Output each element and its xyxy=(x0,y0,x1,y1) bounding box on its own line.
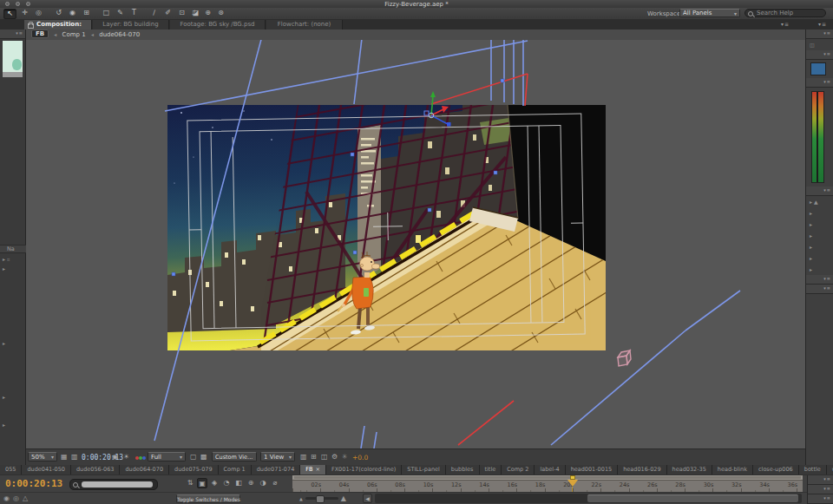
timeline-search-input[interactable] xyxy=(69,479,158,490)
timeline-tab-label-4[interactable]: label-4 xyxy=(535,465,565,475)
timeline-tab-head016-029[interactable]: head016-029 xyxy=(618,465,666,475)
project-item-row[interactable]: ▸ xyxy=(3,422,5,428)
pen-tool-button[interactable]: ✎ xyxy=(115,9,126,17)
breadcrumb-item[interactable]: dude064-070 xyxy=(99,31,140,38)
breadcrumb-item[interactable]: Comp 1 xyxy=(62,31,86,38)
timeline-tab-dude064-070[interactable]: dude064-070 xyxy=(120,465,169,475)
magnification-dropdown[interactable]: 50%▾ xyxy=(28,452,57,461)
rotation-tool-button[interactable]: ↺ xyxy=(53,9,64,17)
resolution-dropdown[interactable]: Full▾ xyxy=(148,452,186,461)
tab-footage[interactable]: Footage: BG sky /BG.psd xyxy=(170,20,266,29)
show-snapshot-icon[interactable]: ☀ xyxy=(123,453,129,461)
effects-list-row[interactable]: ▸ xyxy=(806,219,833,230)
unified-camera-tool-button[interactable]: ◉ xyxy=(67,9,78,17)
breadcrumb-root[interactable]: FB xyxy=(31,29,49,38)
view-count-dropdown[interactable]: 1 View▾ xyxy=(260,452,295,461)
timeline-tab-fb[interactable]: FB× xyxy=(300,465,326,475)
current-time-display[interactable]: 0:00:20:13 xyxy=(5,478,62,489)
timeline-button-icon[interactable]: ◫ xyxy=(321,453,328,461)
comp-mini-flowchart-icon[interactable]: ⇅ xyxy=(185,478,195,488)
workspace-dropdown[interactable]: All Panels ▾ xyxy=(679,9,740,17)
panel-header[interactable]: ▾≡ xyxy=(808,485,833,494)
timeline-tab-head001-0015[interactable]: head001-0015 xyxy=(566,465,619,475)
effects-list-row[interactable]: ▸ ▲ xyxy=(806,196,833,207)
scrollbar-thumb[interactable] xyxy=(587,494,798,502)
panel-menu-icon[interactable]: ▾≡ xyxy=(781,21,790,27)
grid-options-icon[interactable]: ▦ xyxy=(61,453,68,461)
timeline-tab-title[interactable]: title xyxy=(480,465,502,475)
preview-controls-row[interactable]: ◫ xyxy=(806,39,833,50)
timeline-tab-warning[interactable]: warning xyxy=(827,465,833,475)
panel-header[interactable]: ▾≡ xyxy=(808,475,833,485)
mask-shape-tool-button[interactable]: □ xyxy=(101,9,112,17)
panel-header[interactable]: ▾≡ xyxy=(808,494,833,504)
panel-header[interactable]: ▾≡ xyxy=(806,285,833,294)
panel-menu-icon[interactable]: ▾≡ xyxy=(818,21,827,27)
clone-stamp-tool-button[interactable]: ⊡ xyxy=(176,9,187,17)
panel-header[interactable]: ▾≡ xyxy=(806,78,833,88)
timeline-tab-close-up006[interactable]: close-up006 xyxy=(753,465,799,475)
timeline-zoom-slider[interactable] xyxy=(305,497,338,500)
tab-flowchart[interactable]: Flowchart: (none) xyxy=(266,20,343,29)
local-axis-button[interactable]: ⊥ xyxy=(189,9,200,17)
timeline-tab-bubbles[interactable]: bubbles xyxy=(446,465,480,475)
draft-3d-icon[interactable]: ◈ xyxy=(209,478,220,488)
live-update-icon[interactable]: ▣ xyxy=(197,478,207,488)
expand-switches-pane-icon[interactable]: ◎ xyxy=(13,494,19,502)
panel-header[interactable]: ▾≡ xyxy=(806,50,833,60)
pan-behind-tool-button[interactable]: ⊞ xyxy=(81,9,92,17)
graph-editor-icon[interactable]: ⌀ xyxy=(270,478,280,488)
hide-shy-icon[interactable]: ◔ xyxy=(221,478,232,488)
playhead-icon[interactable] xyxy=(567,480,578,492)
panel-header[interactable]: ▾≡ xyxy=(806,187,833,196)
timeline-tab-bottle[interactable]: bottle xyxy=(799,465,827,475)
tab-composition[interactable]: Composition: FB ▾ xyxy=(24,20,92,29)
timeline-tab-fx001-17-colored-line-[interactable]: FX001-17(colored-line) xyxy=(326,465,402,475)
safe-margins-icon[interactable]: ▥ xyxy=(71,453,78,461)
timeline-tab-dude071-074[interactable]: dude071-074 xyxy=(252,465,301,475)
frame-blend-icon[interactable]: ◧ xyxy=(233,478,244,488)
timeline-tab-dude041-050[interactable]: dude041-050 xyxy=(22,465,71,475)
effects-list-row[interactable]: ▸ xyxy=(806,230,833,241)
project-item-row[interactable]: ▸ ⌗ xyxy=(3,256,10,263)
pixel-aspect-icon[interactable]: ▥ xyxy=(300,453,307,461)
flowchart-button-icon[interactable]: ⚙ xyxy=(331,453,338,461)
type-tool-button[interactable]: T xyxy=(128,9,140,17)
region-of-interest-icon[interactable]: ▢ xyxy=(190,453,197,461)
effects-list-row[interactable]: ▸ xyxy=(806,264,833,275)
zoom-out-mountain-icon[interactable]: ▲ xyxy=(299,496,303,501)
hand-tool-button[interactable]: ✛ xyxy=(19,9,30,17)
project-item-row[interactable]: ▸ xyxy=(3,265,5,272)
transparency-grid-icon[interactable]: ▩ xyxy=(200,453,207,461)
scroll-left-button[interactable]: ◀ xyxy=(363,494,372,503)
timeline-tab-comp-1[interactable]: Comp 1 xyxy=(219,465,252,475)
expand-transfer-pane-icon[interactable]: △ xyxy=(23,494,28,502)
exposure-icon[interactable]: ✳ xyxy=(342,453,348,461)
brush-tool-button[interactable]: ✐ xyxy=(162,9,174,17)
effects-list-row[interactable]: ▸ xyxy=(806,207,833,219)
effects-list-row[interactable]: ▸ xyxy=(806,252,833,264)
expand-layer-pane-icon[interactable]: ◉ xyxy=(3,494,10,502)
name-column-header[interactable]: Na xyxy=(0,245,26,253)
toggle-switches-modes-button[interactable]: Toggle Switches / Modes xyxy=(176,494,240,503)
project-item-row[interactable]: ▸ xyxy=(3,340,5,346)
timeline-tab-dude056-063[interactable]: dude056-063 xyxy=(71,465,121,475)
panel-header[interactable]: ▾≡ xyxy=(806,29,833,39)
world-axis-button[interactable]: ⊕ xyxy=(202,9,213,17)
effects-list-row[interactable]: ▸ xyxy=(806,241,833,252)
timeline-tab-055[interactable]: 055 xyxy=(0,465,22,475)
timeline-tab-comp-2[interactable]: Comp 2 xyxy=(502,465,535,475)
timeline-tab-dude075-079[interactable]: dude075-079 xyxy=(169,465,219,475)
exposure-value[interactable]: +0.0 xyxy=(352,454,368,461)
close-icon[interactable]: × xyxy=(315,466,319,473)
motion-blur-icon[interactable]: ⊕ xyxy=(246,478,256,488)
line-tool-button[interactable]: ∕ xyxy=(148,9,160,17)
project-item-row[interactable]: ▸ xyxy=(3,394,5,400)
show-channels-icon[interactable] xyxy=(135,456,139,460)
zoom-tool-button[interactable]: ◎ xyxy=(33,9,44,17)
composition-viewport[interactable] xyxy=(26,40,805,448)
view-layout-dropdown[interactable]: Custom Vie...▾ xyxy=(212,452,257,461)
timeline-tab-head-blink[interactable]: head-blink xyxy=(712,465,753,475)
zoom-slider-thumb[interactable] xyxy=(316,495,325,503)
selection-tool-button[interactable]: ↖ xyxy=(3,9,16,19)
